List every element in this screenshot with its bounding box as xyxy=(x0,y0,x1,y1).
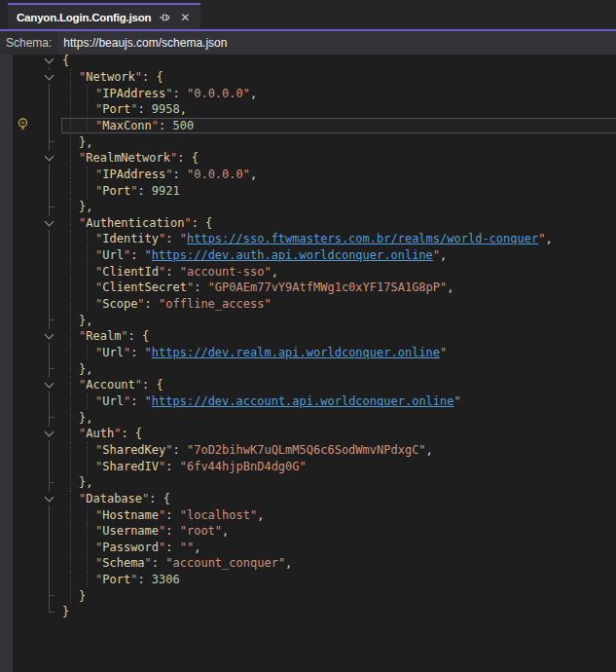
indent-guide xyxy=(87,263,88,280)
code-line-12[interactable]: "Identity": "https://sso.ftwmasters.com.… xyxy=(0,231,616,247)
code-line-14[interactable]: "ClientId": "account-sso", xyxy=(0,263,616,280)
json-string: "GP0AEm77vY9AtfMWg1c0xYF17SA1G8pP" xyxy=(208,280,448,294)
fold-chevron-icon[interactable] xyxy=(42,492,55,505)
code-line-19[interactable]: "Url": "https://dev.realm.api.worldconqu… xyxy=(0,345,616,361)
fold-chevron-icon[interactable] xyxy=(42,427,55,440)
code-line-15[interactable]: "ClientSecret": "GP0AEm77vY9AtfMWg1c0xYF… xyxy=(0,280,616,296)
tab-title: Canyon.Login.Config.json xyxy=(17,12,151,23)
code-line-3[interactable]: "IPAddress": "0.0.0.0", xyxy=(0,85,616,101)
code-line-22[interactable]: "Url": "https://dev.account.api.worldcon… xyxy=(0,393,616,410)
tab-canyon-login-config[interactable]: Canyon.Login.Config.json ✕ xyxy=(8,3,200,29)
code-text: "Username": "root", xyxy=(95,524,229,538)
code-text: }, xyxy=(79,314,92,327)
code-text: "Scope": "offline_access" xyxy=(95,297,272,311)
fold-chevron-icon[interactable] xyxy=(42,70,55,84)
json-punctuation: : xyxy=(149,492,163,505)
fold-chevron-icon[interactable] xyxy=(42,329,55,343)
url-link[interactable]: https://dev.realm.api.worldconquer.onlin… xyxy=(152,346,440,359)
url-link[interactable]: https://dev.account.api.worldconquer.onl… xyxy=(152,394,454,408)
code-line-29[interactable]: "Hostname": "localhost", xyxy=(0,506,616,523)
json-punctuation: , xyxy=(86,135,92,149)
json-punctuation: : xyxy=(165,232,179,245)
code-line-18[interactable]: "Realm": { xyxy=(0,328,616,345)
code-line-6[interactable]: }, xyxy=(0,133,616,150)
code-line-9[interactable]: "Port": 9921 xyxy=(0,182,616,199)
indent-guide xyxy=(87,458,88,474)
indent-guide xyxy=(70,247,71,264)
code-line-33[interactable]: "Port": 3306 xyxy=(0,572,616,588)
code-text: "Port": 9921 xyxy=(95,184,180,198)
json-string: "account-sso" xyxy=(180,265,272,279)
fold-chevron-icon[interactable] xyxy=(42,151,55,165)
code-line-4[interactable]: "Port": 9958, xyxy=(0,101,616,118)
indent-guide xyxy=(70,280,71,296)
fold-chevron-icon[interactable] xyxy=(42,54,55,67)
json-key: Network xyxy=(86,70,135,84)
json-punctuation: : xyxy=(159,119,172,132)
fold-chevron-icon[interactable] xyxy=(42,378,55,392)
json-key: Auth xyxy=(86,427,114,440)
code-line-23[interactable]: }, xyxy=(0,409,616,426)
indent-guide xyxy=(70,587,71,604)
quote: " xyxy=(145,248,152,262)
code-line-16[interactable]: "Scope": "offline_access" xyxy=(0,296,616,313)
indent-guide xyxy=(70,540,71,556)
pin-icon[interactable] xyxy=(158,11,171,24)
code-line-21[interactable]: "Account": { xyxy=(0,377,616,393)
json-brace: } xyxy=(62,605,69,618)
code-line-31[interactable]: "Password": "", xyxy=(0,540,616,556)
schema-combobox[interactable]: https://beaujs.com/schema.json xyxy=(57,31,616,55)
code-line-35[interactable]: } xyxy=(0,604,616,620)
indent-guide xyxy=(87,85,88,101)
json-punctuation: : xyxy=(173,168,187,181)
code-line-24[interactable]: "Auth": { xyxy=(0,426,616,442)
code-line-8[interactable]: "IPAddress": "0.0.0.0", xyxy=(0,167,616,183)
code-line-7[interactable]: "RealmNetwork": { xyxy=(0,150,616,167)
code-text: }, xyxy=(79,475,92,489)
json-punctuation: : xyxy=(137,184,151,198)
code-line-27[interactable]: }, xyxy=(0,474,616,491)
code-line-10[interactable]: }, xyxy=(0,199,616,215)
code-line-1[interactable]: { xyxy=(0,53,616,69)
json-string: "0.0.0.0" xyxy=(187,168,250,181)
close-icon[interactable]: ✕ xyxy=(178,11,192,24)
code-line-5[interactable]: "MaxConn": 500 xyxy=(0,118,616,134)
code-text: "Auth": { xyxy=(79,427,142,440)
quote: " xyxy=(137,297,144,311)
indent-guide xyxy=(87,523,88,540)
indent-guide xyxy=(87,167,88,183)
code-line-32[interactable]: "Schema": "account_conquer", xyxy=(0,555,616,572)
code-editor[interactable]: {"Network": {"IPAddress": "0.0.0.0","Por… xyxy=(0,53,616,672)
code-line-28[interactable]: "Database": { xyxy=(0,491,616,507)
chevron-down-icon xyxy=(44,492,54,502)
fold-end-tick xyxy=(49,612,54,613)
code-line-13[interactable]: "Url": "https://dev.auth.api.worldconque… xyxy=(0,247,616,264)
code-text: }, xyxy=(79,362,92,376)
json-punctuation: , xyxy=(86,200,92,213)
json-punctuation: , xyxy=(447,280,453,294)
code-line-2[interactable]: "Network": { xyxy=(0,69,616,86)
url-link[interactable]: https://dev.auth.api.worldconquer.online xyxy=(152,248,433,262)
indent-guide xyxy=(87,345,88,361)
code-line-34[interactable]: } xyxy=(0,587,616,604)
fold-end-tick xyxy=(49,595,54,596)
code-line-26[interactable]: "SharedIV": "6fv44hjpBnD4dg0G" xyxy=(0,458,616,474)
code-text: "RealmNetwork": { xyxy=(79,151,199,165)
code-line-11[interactable]: "Authentication": { xyxy=(0,215,616,232)
code-line-20[interactable]: }, xyxy=(0,360,616,377)
json-punctuation: : xyxy=(130,394,144,408)
fold-chevron-icon[interactable] xyxy=(42,216,55,230)
json-punctuation: : xyxy=(173,87,187,100)
json-punctuation: , xyxy=(440,248,447,262)
code-text: "Identity": "https://sso.ftwmasters.com.… xyxy=(95,232,553,245)
url-link[interactable]: https://sso.ftwmasters.com.br/realms/wor… xyxy=(187,232,538,245)
json-key: Url xyxy=(102,346,124,359)
fold-end-tick xyxy=(49,368,54,369)
lightbulb-icon[interactable] xyxy=(16,117,30,134)
indent-guide xyxy=(70,101,71,118)
code-line-17[interactable]: }, xyxy=(0,312,616,328)
code-line-30[interactable]: "Username": "root", xyxy=(0,523,616,540)
quote: " xyxy=(121,329,127,343)
indent-guide xyxy=(87,506,88,523)
code-line-25[interactable]: "SharedKey": "7oD2bihwK7uQLmM5Q6c6SodWmv… xyxy=(0,442,616,459)
